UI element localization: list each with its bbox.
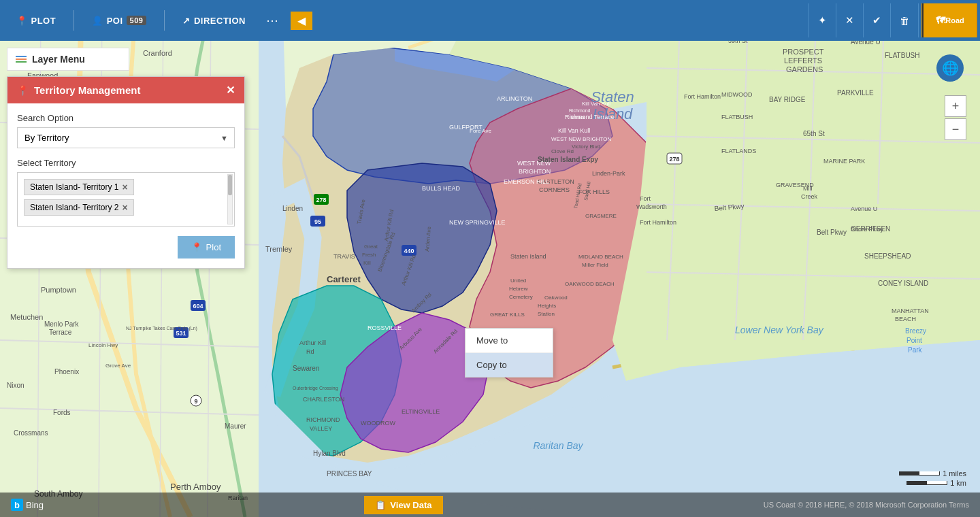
poi-count-badge: 509 bbox=[127, 16, 147, 25]
territory-tags-container: Staten Island- Territory 1 × Staten Isla… bbox=[17, 172, 235, 227]
scrollbar-thumb[interactable] bbox=[228, 175, 232, 195]
layer-menu-container[interactable]: Layer Menu bbox=[7, 48, 129, 71]
svg-text:BEACH: BEACH bbox=[895, 316, 916, 322]
svg-text:MIDWOOD: MIDWOOD bbox=[721, 91, 753, 98]
territory-pin-icon: 📍 bbox=[17, 85, 29, 96]
svg-text:Staten Island: Staten Island bbox=[510, 253, 546, 260]
svg-text:Outerbridge Crossing: Outerbridge Crossing bbox=[293, 386, 338, 391]
svg-text:SHEEPSHEAD: SHEEPSHEAD bbox=[864, 252, 911, 260]
svg-text:Lincoln Hwy: Lincoln Hwy bbox=[88, 342, 118, 348]
svg-text:RICHMOND: RICHMOND bbox=[306, 416, 340, 423]
select-tool-button[interactable]: ✦ bbox=[809, 3, 836, 37]
svg-text:FOX HILLS: FOX HILLS bbox=[578, 188, 610, 195]
collapse-toolbar-button[interactable]: ◀ bbox=[291, 12, 312, 30]
plot-button[interactable]: 📍 PLOT bbox=[7, 10, 65, 31]
svg-text:GREAT KILLS: GREAT KILLS bbox=[490, 312, 525, 318]
scale-km: 1 km bbox=[906, 479, 966, 487]
svg-text:PROSPECT: PROSPECT bbox=[783, 48, 824, 56]
svg-text:CORNERS: CORNERS bbox=[539, 186, 570, 193]
check-tool-button[interactable]: ✔ bbox=[864, 3, 891, 37]
svg-text:BULLS HEAD: BULLS HEAD bbox=[422, 185, 461, 192]
svg-text:Kill Van Kull: Kill Van Kull bbox=[558, 127, 590, 134]
scrollbar-track[interactable] bbox=[227, 174, 233, 224]
toolbar-divider-1 bbox=[74, 10, 74, 31]
svg-text:278: 278 bbox=[669, 156, 679, 163]
territory-close-button[interactable]: ✕ bbox=[226, 84, 235, 97]
copy-to-menu-item[interactable]: Copy to bbox=[466, 353, 553, 377]
svg-text:MARINE PARK: MARINE PARK bbox=[823, 158, 865, 165]
svg-text:Arthur Kill: Arthur Kill bbox=[299, 339, 326, 346]
scale-miles: 1 miles bbox=[899, 469, 966, 478]
copy-to-label: Copy to bbox=[476, 360, 507, 370]
territory-title: Territory Management bbox=[34, 84, 140, 96]
svg-text:OAKWOOD BEACH: OAKWOOD BEACH bbox=[565, 281, 615, 287]
svg-text:Pumptown: Pumptown bbox=[41, 286, 76, 294]
plot-icon: 📍 bbox=[16, 16, 28, 26]
copyright-text: US Coast © 2018 HERE, © 2018 Microsoft C… bbox=[764, 501, 969, 509]
zoom-out-button[interactable]: − bbox=[945, 118, 966, 140]
svg-text:CHARLESTON: CHARLESTON bbox=[303, 396, 344, 403]
svg-text:Creek: Creek bbox=[801, 193, 818, 200]
globe-button[interactable]: 🌐 bbox=[936, 54, 964, 82]
toolbar-divider-2 bbox=[164, 10, 165, 31]
view-data-button[interactable]: 📋 View Data bbox=[364, 496, 442, 514]
svg-text:United: United bbox=[510, 278, 526, 284]
bing-b-icon: b bbox=[11, 499, 23, 511]
search-option-select[interactable]: By Territory bbox=[17, 127, 235, 148]
svg-text:BRIGHTON: BRIGHTON bbox=[519, 168, 551, 175]
svg-text:Belt Pkwy: Belt Pkwy bbox=[817, 229, 847, 236]
svg-text:Cemetery: Cemetery bbox=[509, 294, 533, 300]
svg-text:Fort Hamilton: Fort Hamilton bbox=[640, 219, 676, 226]
svg-text:Avenue U: Avenue U bbox=[851, 205, 877, 212]
scale-miles-label: 1 miles bbox=[943, 469, 966, 478]
bing-logo: b Bing bbox=[11, 499, 44, 511]
plot-action-button[interactable]: 📍 Plot bbox=[178, 236, 235, 258]
road-view-label: Road bbox=[945, 16, 964, 24]
svg-text:GARDENS: GARDENS bbox=[786, 65, 823, 73]
view-data-icon: 📋 bbox=[375, 500, 386, 510]
svg-text:TRAVIS: TRAVIS bbox=[333, 253, 355, 260]
more-button[interactable]: ⋯ bbox=[261, 10, 284, 31]
svg-text:ELTINGVILLE: ELTINGVILLE bbox=[402, 408, 440, 415]
svg-text:ARLINGTON: ARLINGTON bbox=[497, 95, 532, 102]
move-to-menu-item[interactable]: Move to bbox=[466, 329, 553, 353]
clear-tool-button[interactable]: ✕ bbox=[836, 3, 864, 37]
svg-text:Shore Pkwy: Shore Pkwy bbox=[851, 226, 884, 233]
plot-btn-label: Plot bbox=[206, 242, 221, 252]
svg-text:440: 440 bbox=[404, 248, 414, 254]
map-tools-group: ✦ ✕ ✔ 🗑 bbox=[808, 3, 919, 37]
svg-text:531: 531 bbox=[176, 330, 186, 337]
view-type-group: 🗺 Road bbox=[921, 3, 977, 37]
road-view-button[interactable]: 🗺 Road bbox=[922, 3, 977, 37]
svg-text:CONEY ISLAND: CONEY ISLAND bbox=[878, 280, 928, 287]
svg-text:Fords: Fords bbox=[53, 409, 71, 416]
svg-text:ROSSVILLE: ROSSVILLE bbox=[368, 324, 402, 331]
bing-label: Bing bbox=[26, 500, 44, 510]
direction-button[interactable]: ↗ DIRECTION bbox=[173, 10, 255, 31]
delete-tool-button[interactable]: 🗑 bbox=[891, 3, 918, 37]
tag-1-remove-button[interactable]: × bbox=[122, 182, 128, 193]
svg-text:Tremley: Tremley bbox=[265, 245, 293, 253]
svg-text:278: 278 bbox=[316, 197, 326, 203]
scale-bar: 1 miles 1 km bbox=[899, 469, 966, 487]
svg-text:Clove Rd: Clove Rd bbox=[551, 148, 574, 154]
svg-text:Terrace: Terrace bbox=[570, 115, 585, 120]
svg-text:Fresh: Fresh bbox=[362, 252, 376, 258]
poi-button[interactable]: 👤 POI 509 bbox=[82, 10, 156, 31]
tag-2-remove-button[interactable]: × bbox=[122, 202, 128, 213]
plot-btn-icon: 📍 bbox=[191, 242, 202, 252]
svg-text:Park: Park bbox=[908, 346, 923, 354]
svg-text:Rd: Rd bbox=[306, 348, 314, 355]
svg-text:Phoenix: Phoenix bbox=[54, 368, 79, 376]
svg-text:NJ Turnpike Takes Cars Only (L: NJ Turnpike Takes Cars Only (Ln) bbox=[126, 326, 197, 331]
svg-text:NEW SPRINGVILLE: NEW SPRINGVILLE bbox=[449, 219, 506, 226]
zoom-in-button[interactable]: + bbox=[945, 95, 966, 117]
svg-text:Linden-Park: Linden-Park bbox=[592, 170, 625, 177]
globe-icon-glyph: 🌐 bbox=[942, 60, 959, 76]
territory-tag-2: Staten Island- Territory 2 × bbox=[24, 199, 134, 216]
select-territory-label: Select Territory bbox=[17, 158, 235, 168]
svg-text:Maurer: Maurer bbox=[225, 422, 246, 430]
svg-text:LEFFERTS: LEFFERTS bbox=[784, 56, 822, 65]
svg-text:Nixon: Nixon bbox=[7, 382, 24, 389]
svg-text:Metuchen: Metuchen bbox=[10, 313, 43, 321]
